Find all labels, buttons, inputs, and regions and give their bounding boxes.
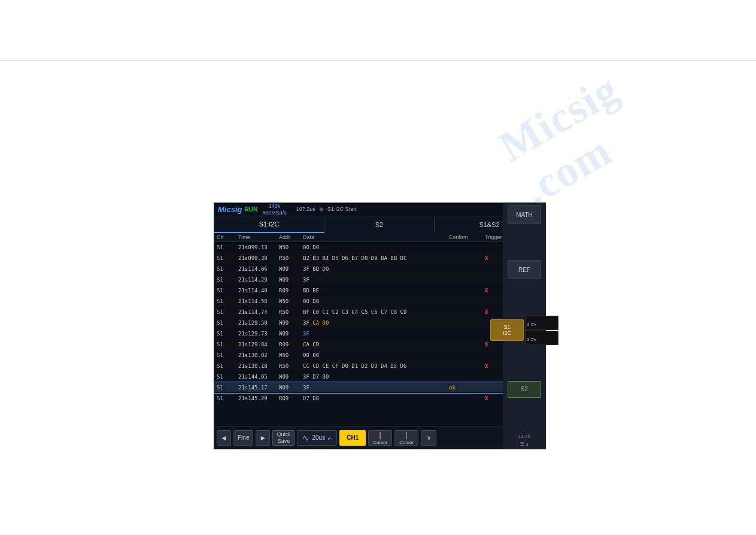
s1i2c-line2: I2C: [503, 330, 511, 336]
wave-icon1: ∿: [302, 433, 309, 443]
table-row[interactable]: S1 21s114.29 W09 3F Yes: [214, 274, 545, 285]
cell-data: 3F D7 00: [303, 374, 449, 380]
brand-label: Micsig: [218, 205, 242, 214]
timebase-value: 20us: [312, 434, 325, 441]
cursor1-icon: |: [379, 431, 381, 439]
cell-time: 21s130.02: [238, 352, 279, 358]
cell-data: D7 D8: [303, 395, 449, 401]
col-addr: Addr: [279, 234, 303, 240]
cell-confirm: ok: [449, 385, 485, 391]
cell-data: CC CD CE CF D0 D1 D2 D3 D4 D5 D6: [303, 363, 449, 369]
watermark: Micsig.com: [491, 64, 652, 215]
table-row[interactable]: S1 21s130.18 R50 CC CD CE CF D0 D1 D2 D3…: [214, 361, 545, 371]
cell-data: 3F: [303, 385, 449, 391]
quick-save-label: Quick: [277, 431, 290, 438]
ch1-label: CH1: [347, 434, 359, 441]
quick-save-button[interactable]: Quick Save: [272, 430, 294, 446]
cell-ch: S1: [217, 244, 238, 250]
cell-time: 21s114.06: [238, 266, 279, 272]
quick-save-label2: Save: [278, 438, 290, 445]
table-row[interactable]: S1 21s099.13 W50 00 D0 Yes: [214, 242, 545, 253]
cursor2-button[interactable]: | Cursor: [394, 430, 418, 446]
run-status: RUN: [244, 206, 257, 213]
cell-addr: W09: [279, 331, 303, 337]
cell-ch: S1: [217, 266, 238, 272]
cell-time: 21s130.18: [238, 363, 279, 369]
s2-button[interactable]: S2: [508, 381, 541, 398]
cell-addr: W50: [279, 244, 303, 250]
cursor1-button[interactable]: | Cursor: [368, 430, 392, 446]
trigger-time: 107.2us: [296, 206, 315, 213]
table-row[interactable]: S1 21s130.02 W50 00 00 Yes: [214, 350, 545, 361]
table-row[interactable]: S1 21s145.17 W09 3F ok Yes: [214, 382, 545, 393]
cell-addr: W09: [279, 266, 303, 272]
cell-ch: S1: [217, 277, 238, 283]
cell-addr: R50: [279, 363, 303, 369]
cursor2-label: Cursor: [399, 440, 414, 445]
table-row[interactable]: S1 21s114.06 W09 3F BD D0 Yes: [214, 264, 545, 274]
cell-time: 21s114.29: [238, 277, 279, 283]
math-button[interactable]: MATH: [508, 205, 541, 224]
cell-ch: S1: [217, 255, 238, 261]
cell-ch: S1: [217, 320, 238, 326]
table-row[interactable]: S1 21s145.29 R09 D7 D8 X Yes: [214, 393, 545, 404]
trigger-label: S1:I2C Start: [327, 206, 357, 212]
ch1-button[interactable]: CH1: [339, 430, 366, 446]
s1i2c-button[interactable]: S1 I2C: [490, 319, 524, 341]
sample-rate: 140k: [269, 203, 281, 210]
tab-s2[interactable]: S2: [324, 216, 435, 233]
timestamp: 11:45: [518, 434, 530, 439]
table-row[interactable]: S1 21s114.40 R09 BD BE X Yes: [214, 285, 545, 296]
col-confirm: Confirm: [449, 234, 485, 240]
table-row[interactable]: S1 21s114.58 W50 00 D0 Yes: [214, 296, 545, 307]
cell-addr: W50: [279, 352, 303, 358]
cell-ch: S1: [217, 385, 238, 391]
cell-time: 21s114.74: [238, 309, 279, 315]
voltage1-display: 2.6V: [525, 316, 558, 330]
page-number: ☰ 3: [520, 442, 528, 447]
s2-label: S2: [521, 386, 528, 392]
expand-button[interactable]: ∨: [421, 430, 436, 446]
cursor1-label: Cursor: [373, 440, 387, 445]
s1i2c-line1: S1: [503, 324, 510, 330]
cell-time: 21s114.58: [238, 298, 279, 304]
next-button[interactable]: ►: [256, 430, 270, 446]
cell-addr: W09: [279, 277, 303, 283]
cell-data: BD BE: [303, 288, 449, 294]
cell-ch: S1: [217, 395, 238, 401]
cell-addr: W09: [279, 385, 303, 391]
cell-addr: R09: [279, 341, 303, 347]
cell-data: 00 D0: [303, 244, 449, 250]
cell-time: 21s099.30: [238, 255, 279, 261]
cell-time: 21s129.73: [238, 331, 279, 337]
cell-addr: R09: [279, 288, 303, 294]
cell-ch: S1: [217, 288, 238, 294]
cell-data: 3F: [303, 277, 449, 283]
ref-button[interactable]: REF: [508, 260, 541, 279]
wave-display[interactable]: ∿ 20us ⌐: [297, 430, 337, 446]
tab-s1i2c[interactable]: S1:I2C: [214, 216, 324, 233]
timebase: 500MSa/s: [262, 210, 287, 216]
cell-time: 21s145.29: [238, 395, 279, 401]
cell-addr: R50: [279, 255, 303, 261]
cell-data: 00 00: [303, 352, 449, 358]
page-divider: [0, 60, 756, 61]
cell-time: 21s129.50: [238, 320, 279, 326]
tab-row: S1:I2C S2 S1&S2: [214, 216, 545, 233]
prev-button[interactable]: ◄: [217, 430, 231, 446]
cell-time: 21s144.95: [238, 374, 279, 380]
table-row[interactable]: S1 21s099.30 R50 B2 B3 B4 D5 D6 B7 D8 D9…: [214, 253, 545, 264]
sample-info: 140k 500MSa/s: [262, 203, 287, 216]
table-row[interactable]: S1 21s144.95 W09 3F D7 00 Yes: [214, 371, 545, 382]
trigger-section: 107.2us ◉ S1:I2C Start: [296, 206, 357, 213]
cell-addr: R09: [279, 395, 303, 401]
ref-label: REF: [518, 267, 530, 273]
cell-data: B2 B3 B4 D5 D6 B7 D8 D9 BA BB BC: [303, 255, 449, 261]
column-headers: Ch Time Addr Data Confirm Trigger Restar…: [214, 233, 545, 242]
cursor2-icon: |: [406, 431, 408, 439]
fine-button[interactable]: Fine: [233, 430, 253, 446]
trigger-time-info: 107.2us: [296, 206, 315, 213]
cell-addr: W09: [279, 374, 303, 380]
wave-icon2: ⌐: [327, 434, 332, 442]
cell-time: 21s099.13: [238, 244, 279, 250]
